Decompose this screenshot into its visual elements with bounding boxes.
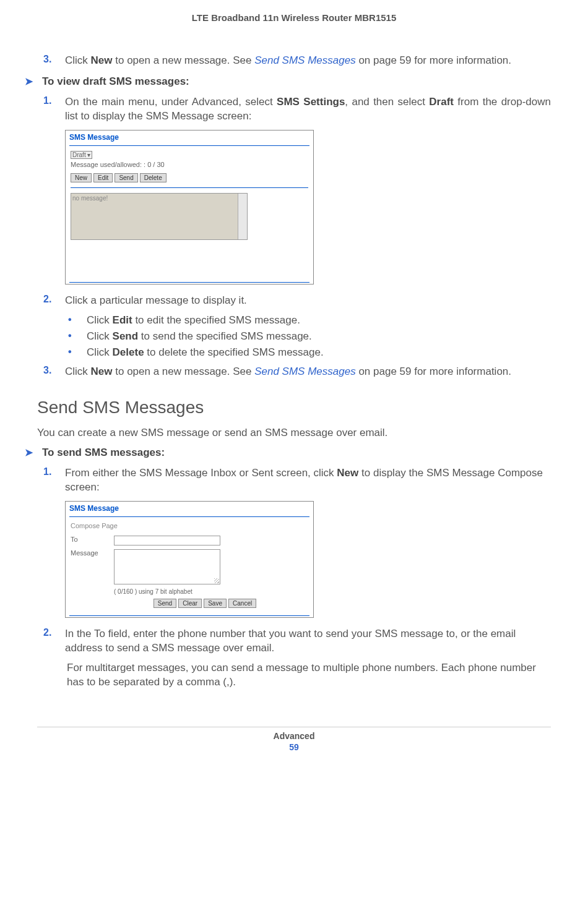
step-number: 2. xyxy=(43,294,65,308)
bullet-item: • Click Edit to edit the specified SMS m… xyxy=(68,314,551,327)
divider xyxy=(69,615,309,616)
send-button[interactable]: Send xyxy=(115,173,137,182)
divider xyxy=(69,282,309,283)
bullet-text: Click Delete to delete the specified SMS… xyxy=(87,346,324,359)
text: to send the specified SMS message. xyxy=(138,330,312,342)
step-item: 1. On the main menu, under Advanced, sel… xyxy=(37,95,551,124)
heading-text: To view draft SMS messages: xyxy=(42,75,189,88)
to-input[interactable] xyxy=(114,536,220,545)
char-counter: ( 0/160 ) using 7 bit alphabet xyxy=(114,588,308,595)
step-number: 1. xyxy=(43,95,65,124)
bullet-item: • Click Delete to delete the specified S… xyxy=(68,346,551,359)
edit-button[interactable]: Edit xyxy=(93,173,113,182)
footer-page-number: 59 xyxy=(37,742,551,752)
bullet-text: Click Edit to edit the specified SMS mes… xyxy=(87,314,300,327)
ss-title: SMS Message xyxy=(66,130,313,144)
step-text: From either the SMS Message Inbox or Sen… xyxy=(65,466,551,495)
resize-handle[interactable] xyxy=(214,578,219,583)
step-item: 2. In the To field, enter the phone numb… xyxy=(37,627,551,656)
placeholder-text: no message! xyxy=(72,195,108,202)
link-send-sms[interactable]: Send SMS Messages xyxy=(254,366,355,377)
bold-text: New xyxy=(91,366,113,377)
sms-draft-screenshot: SMS Message Draft ▾ Message used/allowed… xyxy=(65,130,314,284)
message-textarea[interactable]: no message! xyxy=(71,193,248,240)
bold-text: Draft xyxy=(429,96,454,108)
bold-text: New xyxy=(91,54,113,66)
step-item: 3. Click New to open a new message. See … xyxy=(37,54,551,68)
ss-title: SMS Message xyxy=(66,502,313,515)
bold-text: Delete xyxy=(113,346,144,358)
procedure-heading: ➤ To view draft SMS messages: xyxy=(37,75,551,88)
section-heading: Send SMS Messages xyxy=(37,398,551,417)
clear-button[interactable]: Clear xyxy=(178,599,202,608)
step-item: 2. Click a particular message to display… xyxy=(37,294,551,308)
heading-text: To send SMS messages: xyxy=(42,447,165,459)
arrow-icon: ➤ xyxy=(25,447,33,459)
scrollbar[interactable] xyxy=(238,194,247,239)
send-button[interactable]: Send xyxy=(153,599,176,608)
cancel-button[interactable]: Cancel xyxy=(228,599,256,608)
message-textarea[interactable] xyxy=(114,549,220,584)
draft-dropdown[interactable]: Draft ▾ xyxy=(71,151,92,159)
bullet-icon: • xyxy=(68,346,87,359)
text: to edit the specified SMS message. xyxy=(132,314,300,326)
new-button[interactable]: New xyxy=(71,173,92,182)
bold-text: Send xyxy=(113,330,139,342)
footer: Advanced 59 xyxy=(37,727,551,752)
text: From either the SMS Message Inbox or Sen… xyxy=(65,467,337,479)
bold-text: Edit xyxy=(113,314,132,326)
step-item: 1. From either the SMS Message Inbox or … xyxy=(37,466,551,495)
link-send-sms[interactable]: Send SMS Messages xyxy=(254,54,355,66)
to-label: To xyxy=(71,536,114,543)
divider xyxy=(69,516,309,517)
message-counter: Message used/allowed: : 0 / 30 xyxy=(71,161,165,168)
procedure-heading: ➤ To send SMS messages: xyxy=(37,447,551,459)
sms-compose-screenshot: SMS Message Compose Page To Message ( 0/… xyxy=(65,501,314,618)
step-text: Click New to open a new message. See Sen… xyxy=(65,365,511,379)
arrow-icon: ➤ xyxy=(25,75,33,88)
bullet-text: Click Send to send the specified SMS mes… xyxy=(87,330,312,343)
text: Click xyxy=(65,54,91,66)
bullet-icon: • xyxy=(68,314,87,327)
step-item: 3. Click New to open a new message. See … xyxy=(37,365,551,379)
sub-paragraph: For multitarget messages, you can send a… xyxy=(67,661,551,690)
body-paragraph: You can create a new SMS message or send… xyxy=(37,427,551,439)
text: On the main menu, under Advanced, select xyxy=(65,96,277,108)
text: Click xyxy=(87,314,113,326)
step-text: In the To field, enter the phone number … xyxy=(65,627,551,656)
step-number: 2. xyxy=(43,627,65,656)
step-number: 1. xyxy=(43,466,65,495)
save-button[interactable]: Save xyxy=(204,599,227,608)
text: , and then select xyxy=(345,96,429,108)
page-header: LTE Broadband 11n Wireless Router MBR151… xyxy=(37,12,551,23)
delete-button[interactable]: Delete xyxy=(140,173,166,182)
text: to delete the specified SMS message. xyxy=(144,346,324,358)
bullet-item: • Click Send to send the specified SMS m… xyxy=(68,330,551,343)
step-text: Click a particular message to display it… xyxy=(65,294,247,308)
divider xyxy=(69,145,309,146)
text: to open a new message. See xyxy=(113,54,255,66)
bullet-icon: • xyxy=(68,330,87,343)
step-number: 3. xyxy=(43,54,65,68)
text: Click xyxy=(87,330,113,342)
text: Click xyxy=(87,346,113,358)
step-text: Click New to open a new message. See Sen… xyxy=(65,54,511,68)
compose-subtitle: Compose Page xyxy=(71,522,308,529)
bold-text: New xyxy=(337,467,358,479)
text: to open a new message. See xyxy=(113,366,255,377)
step-number: 3. xyxy=(43,365,65,379)
footer-section: Advanced xyxy=(37,731,551,741)
text: Click xyxy=(65,366,91,377)
step-text: On the main menu, under Advanced, select… xyxy=(65,95,551,124)
text: on page 59 for more information. xyxy=(356,366,511,377)
bold-text: SMS Settings xyxy=(277,96,345,108)
text: on page 59 for more information. xyxy=(356,54,511,66)
message-label: Message xyxy=(71,549,114,557)
